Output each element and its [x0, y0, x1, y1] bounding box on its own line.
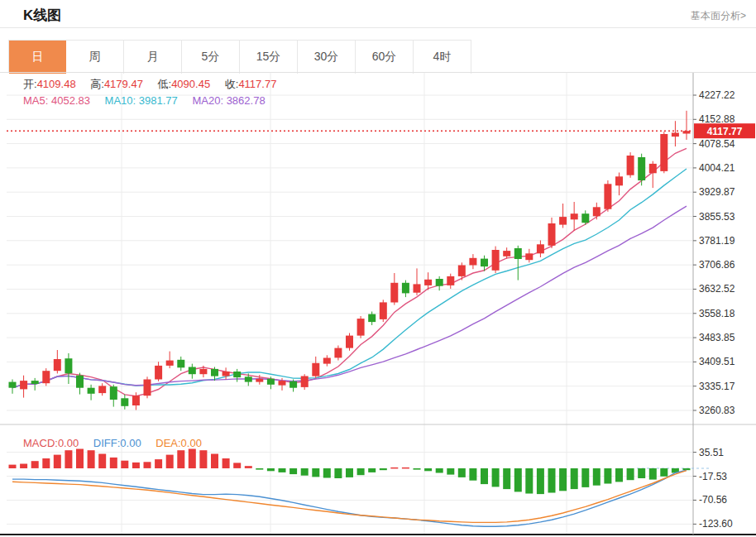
- candle-body: [424, 280, 432, 285]
- macd-histogram-bar: [267, 468, 275, 471]
- candle-body: [503, 251, 510, 257]
- open-label: 开:: [23, 78, 37, 90]
- y-axis-label: 3855.53: [699, 211, 735, 223]
- macd-histogram-bar: [132, 463, 140, 468]
- macd-histogram-bar: [256, 468, 263, 470]
- macd-histogram-bar: [65, 450, 72, 468]
- macd-histogram-bar: [54, 455, 61, 468]
- candle-body: [98, 386, 106, 393]
- candle-body: [189, 367, 196, 375]
- y-axis-label: 3558.18: [699, 308, 735, 319]
- y-axis-label: 3409.51: [699, 356, 735, 367]
- candle-body: [334, 348, 342, 358]
- macd-histogram-bar: [581, 468, 589, 487]
- candle-body: [357, 319, 365, 336]
- y-axis-label: 3929.87: [699, 186, 735, 198]
- macd-histogram-bar: [222, 458, 230, 468]
- candle-body: [9, 382, 17, 388]
- y-axis-label: 4078.54: [699, 138, 735, 150]
- macd-histogram-bar: [144, 462, 151, 468]
- macd-histogram-bar: [447, 468, 454, 475]
- macd-histogram-bar: [436, 468, 443, 473]
- candle-body: [76, 376, 84, 388]
- macd-y-axis-label: -17.53: [699, 471, 727, 482]
- macd-histogram-bar: [380, 468, 387, 470]
- y-axis-label: 3335.17: [699, 381, 735, 392]
- low-label: 低:: [158, 78, 172, 90]
- macd-histogram-bar: [233, 463, 241, 468]
- ma5-label: MA5:: [23, 94, 48, 107]
- y-axis-label: 3781.19: [699, 235, 735, 247]
- macd-histogram-bar: [503, 468, 510, 489]
- macd-y-axis-label: -70.56: [699, 494, 727, 506]
- macd-histogram-bar: [514, 468, 522, 491]
- ma-legend: MA5: 4052.83 MA10: 3981.77 MA20: 3862.78: [23, 94, 266, 107]
- candle-body: [233, 372, 241, 377]
- current-price-tag-label: 4117.77: [707, 126, 743, 137]
- candle-body: [469, 258, 476, 266]
- ma20-value: 3862.78: [227, 94, 266, 107]
- macd-histogram-bar: [638, 468, 645, 478]
- candle-body: [323, 358, 331, 364]
- candle-body: [660, 134, 667, 171]
- macd-histogram-bar: [593, 468, 600, 486]
- macd-histogram-bar: [323, 468, 331, 478]
- candle-body: [267, 379, 275, 385]
- macd-histogram-bar: [199, 450, 207, 468]
- macd-y-axis-label: -123.60: [699, 518, 733, 530]
- candle-body: [54, 359, 61, 371]
- macd-histogram-bar: [189, 449, 196, 469]
- candle-body: [390, 283, 398, 303]
- y-axis-label: 3260.83: [699, 405, 735, 416]
- candle-body: [279, 381, 286, 386]
- candle-body: [414, 284, 421, 292]
- macd-label: MACD:: [23, 437, 58, 449]
- dea-label: DEA:: [156, 437, 180, 449]
- macd-histogram-bar: [469, 468, 476, 481]
- candle-body: [177, 360, 184, 368]
- candle-body: [615, 176, 623, 185]
- candle-body: [31, 381, 39, 384]
- macd-histogram-bar: [357, 468, 365, 475]
- y-axis-label: 4227.22: [699, 89, 735, 101]
- candle-body: [380, 302, 387, 319]
- candle-body: [211, 369, 218, 376]
- macd-histogram-bar: [312, 468, 319, 477]
- candle-body: [525, 253, 533, 260]
- macd-histogram-bar: [211, 454, 218, 469]
- macd-histogram-bar: [537, 468, 544, 494]
- candle-body: [649, 164, 657, 173]
- candle-body: [537, 244, 544, 253]
- macd-histogram-bar: [571, 468, 578, 489]
- macd-histogram-bar: [481, 468, 488, 484]
- candle-body: [672, 132, 679, 137]
- y-axis-label: 3632.52: [699, 283, 735, 295]
- candle-body: [289, 381, 297, 388]
- candle-body: [65, 358, 72, 373]
- macd-histogram-bar: [615, 468, 623, 482]
- candle-body: [458, 266, 466, 276]
- macd-value: 0.00: [58, 437, 79, 449]
- candle-body: [514, 248, 522, 259]
- candle-body: [144, 380, 151, 396]
- macd-histogram-bar: [390, 467, 398, 469]
- kline-page: K线图 基本面分析> 日 周 月 5分 15分 30分 60分 4时 4227.…: [0, 0, 756, 537]
- candle-body: [245, 376, 252, 381]
- candle-body: [638, 157, 645, 180]
- macd-histogram-bar: [301, 468, 309, 476]
- macd-histogram-bar: [525, 468, 533, 494]
- ma20-line: [12, 206, 687, 388]
- candle-body: [402, 283, 409, 294]
- candle-body: [593, 207, 600, 216]
- candle-body: [222, 372, 230, 376]
- macd-histogram-bar: [76, 449, 84, 469]
- dea-value: 0.00: [181, 437, 202, 449]
- macd-histogram-bar: [98, 454, 106, 469]
- candle-body: [436, 279, 443, 286]
- candle-body: [346, 336, 353, 348]
- macd-histogram-bar: [121, 461, 128, 468]
- macd-histogram-bar: [42, 458, 50, 468]
- candle-body: [88, 388, 95, 394]
- macd-histogram-bar: [166, 455, 174, 468]
- macd-histogram-bar: [424, 468, 432, 471]
